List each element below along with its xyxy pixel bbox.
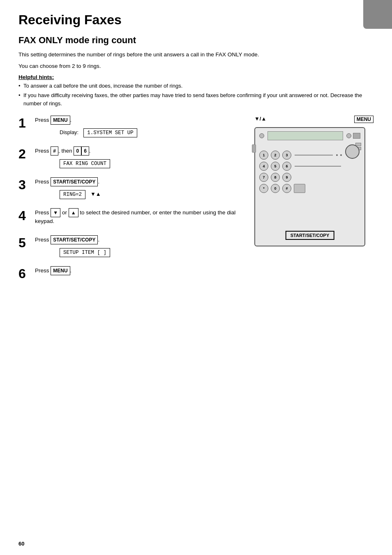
- device-menu-key: MENU: [354, 116, 374, 123]
- step-1-text: Press MENU.: [35, 116, 242, 125]
- step-5-number: 5: [18, 236, 30, 249]
- step-3-display-row: RING=2 ▼▲: [60, 189, 242, 199]
- dash-1: [295, 155, 333, 156]
- intro-line2: You can choose from 2 to 9 rings.: [18, 62, 374, 70]
- step-5: 5 Press START/SET/COPY. SETUP ITEM [ ]: [18, 235, 242, 259]
- hint-item-2: If you have difficulty receiving faxes, …: [18, 91, 374, 107]
- key-9: 9: [282, 173, 291, 182]
- step-4-key-down: ▼: [51, 208, 60, 217]
- helpful-hints-label: Helpful hints:: [18, 74, 374, 80]
- step-2-content: Press #, then 06. FAX RING COUNT: [35, 146, 242, 170]
- key-star: *: [259, 184, 268, 193]
- device-screen: [267, 131, 343, 140]
- step-5-text: Press START/SET/COPY.: [35, 235, 242, 244]
- device-column: ▼/▲ MENU: [254, 116, 374, 288]
- top-decoration: [363, 0, 392, 29]
- step-2-number: 2: [18, 147, 30, 160]
- section-title: FAX ONLY mode ring count: [18, 35, 374, 46]
- step-1-key-menu: MENU: [51, 116, 70, 125]
- step-1-number: 1: [18, 116, 30, 130]
- keypad-row-4: * 0 #: [259, 184, 342, 193]
- step-3-text: Press START/SET/COPY.: [35, 177, 242, 186]
- step-6-key-menu: MENU: [51, 266, 70, 275]
- keypad-row-3: 7 8 9: [259, 173, 342, 182]
- step-3-key-start: START/SET/COPY: [51, 177, 98, 186]
- intro-line1: This setting determines the number of ri…: [18, 51, 374, 59]
- step-4-text: Press ▼ or ▲ to select the desired numbe…: [35, 208, 242, 225]
- step-3: 3 Press START/SET/COPY. RING=2 ▼▲: [18, 177, 242, 201]
- key-hash: #: [282, 184, 291, 193]
- step-2-press: Press: [35, 148, 51, 154]
- step-2: 2 Press #, then 06. FAX RING COUNT: [18, 146, 242, 170]
- step-2-key-hash: #: [51, 146, 58, 156]
- step-6-text: Press MENU.: [35, 266, 242, 275]
- step-1-content: Press MENU. Display: 1.SYSTEM SET UP: [35, 116, 242, 139]
- key-3: 3: [282, 151, 291, 160]
- steps-column: 1 Press MENU. Display: 1.SYSTEM SET UP 2…: [18, 116, 242, 288]
- step-4-or: or: [60, 209, 69, 216]
- key-7: 7: [259, 173, 268, 182]
- step-1-period: .: [70, 117, 72, 123]
- device-circle-right: [346, 133, 351, 138]
- step-6-period: .: [70, 267, 72, 274]
- step-5-key-start: START/SET/COPY: [51, 235, 98, 244]
- step-5-display-row: SETUP ITEM [ ]: [60, 247, 242, 257]
- step-4: 4 Press ▼ or ▲ to select the desired num…: [18, 208, 242, 228]
- step-6: 6 Press MENU.: [18, 266, 242, 280]
- step-4-content: Press ▼ or ▲ to select the desired numbe…: [35, 208, 242, 228]
- step-4-number: 4: [18, 209, 30, 222]
- step-2-period: .: [89, 148, 91, 154]
- step-6-number: 6: [18, 267, 30, 280]
- page-number: 60: [18, 541, 24, 547]
- step-1-display: 1.SYSTEM SET UP: [83, 128, 137, 137]
- step-3-press: Press: [35, 179, 51, 185]
- step-2-key-0: 0: [74, 146, 81, 156]
- step-6-press: Press: [35, 267, 51, 274]
- step-1: 1 Press MENU. Display: 1.SYSTEM SET UP: [18, 116, 242, 139]
- step-3-arrows: ▼▲: [90, 191, 101, 197]
- device-connector: [252, 144, 256, 153]
- device-illustration: 1 2 3 4 5 6 7 8 9: [254, 127, 365, 246]
- step-3-number: 3: [18, 178, 30, 191]
- step-5-period: .: [98, 237, 99, 243]
- key-2: 2: [271, 151, 280, 160]
- key-8: 8: [271, 173, 280, 182]
- key-5: 5: [271, 162, 280, 171]
- step-1-press-text: Press: [35, 117, 51, 123]
- step-3-content: Press START/SET/COPY. RING=2 ▼▲: [35, 177, 242, 201]
- key-0: 0: [271, 184, 280, 193]
- step-3-period: .: [98, 179, 99, 185]
- dot-2: [340, 154, 342, 156]
- hints-list: To answer a call before the unit does, i…: [18, 82, 374, 108]
- key-6: 6: [282, 162, 291, 171]
- page-title: Receiving Faxes: [18, 12, 374, 28]
- extra-key: [294, 184, 305, 193]
- hint-item-1: To answer a call before the unit does, i…: [18, 82, 374, 90]
- device-phone-icon: [353, 133, 360, 139]
- keypad-row-1: 1 2 3: [259, 151, 342, 160]
- step-2-display-row: FAX RING COUNT: [60, 158, 242, 168]
- key-4: 4: [259, 162, 268, 171]
- device-circle-left: [259, 133, 264, 138]
- keypad-row-2: 4 5 6: [259, 162, 342, 171]
- step-4-key-up: ▲: [69, 208, 78, 217]
- device-keypad: 1 2 3 4 5 6 7 8 9: [259, 151, 342, 195]
- dot-1: [336, 154, 338, 156]
- device-start-set-copy: START/SET/COPY: [286, 231, 334, 240]
- step-2-text: Press #, then 06.: [35, 146, 242, 156]
- step-5-press: Press: [35, 237, 51, 243]
- device-big-circle: [345, 144, 360, 159]
- key-1: 1: [259, 151, 268, 160]
- step-1-display-row: Display: 1.SYSTEM SET UP: [60, 127, 242, 137]
- nav-arrows-label: ▼/▲: [254, 116, 266, 122]
- step-6-content: Press MENU.: [35, 266, 242, 278]
- step-2-key-6: 6: [81, 146, 89, 156]
- step-5-display: SETUP ITEM [ ]: [60, 248, 110, 257]
- step-3-display: RING=2: [60, 190, 85, 199]
- step-2-then: , then: [58, 148, 74, 154]
- main-content: 1 Press MENU. Display: 1.SYSTEM SET UP 2…: [18, 116, 374, 288]
- menu-button-label: MENU: [354, 116, 374, 123]
- step-2-display: FAX RING COUNT: [60, 159, 110, 168]
- dash-2: [295, 166, 341, 167]
- step-1-display-label: Display:: [60, 129, 78, 135]
